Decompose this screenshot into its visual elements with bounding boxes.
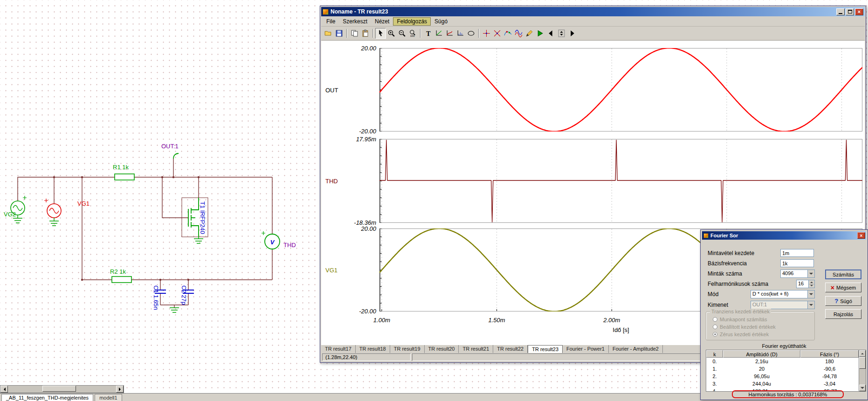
sample-count-select[interactable]: 4096	[780, 270, 815, 278]
scroll-up-button[interactable]	[859, 350, 866, 357]
draw-button[interactable]: Rajzolás	[825, 309, 861, 319]
run-icon[interactable]	[535, 28, 545, 39]
vg1-source[interactable]: VG1	[44, 199, 90, 226]
output-select: OUT:1	[751, 301, 815, 309]
coefficients-title: Fourier együtthatók	[702, 343, 866, 349]
calculate-button[interactable]: Számítás	[825, 270, 861, 279]
maximize-button[interactable]	[846, 8, 854, 15]
ellipse-tool-icon[interactable]	[466, 28, 476, 39]
table-row[interactable]: 1. 20 -90,6	[706, 365, 859, 373]
schematic-hscrollbar[interactable]	[0, 385, 124, 393]
sample-start-input[interactable]	[780, 249, 814, 257]
tab-tr-result19[interactable]: TR result19	[390, 345, 425, 353]
thd-label: THD	[283, 242, 296, 249]
tab-tr-result23[interactable]: TR result23	[528, 345, 563, 353]
scroll-down-button[interactable]	[859, 385, 866, 391]
table-row[interactable]: 2. 96,05u -94,78	[706, 373, 859, 380]
mosfet-t1[interactable]: T1 IRFP240	[182, 198, 208, 243]
tab-fourier-power1[interactable]: Fourier - Power1	[563, 345, 609, 353]
dialog-close-button[interactable]: ×	[857, 232, 865, 239]
mode-select[interactable]: D * cos(kwt + fi)	[751, 290, 815, 298]
menu-sugo[interactable]: Súgó	[431, 17, 451, 26]
copy-icon[interactable]	[349, 28, 360, 39]
table-scrollbar[interactable]	[859, 350, 866, 391]
radio-preset-values[interactable]: Beállított kezdeti értékek	[713, 324, 776, 330]
minimize-button[interactable]	[836, 8, 845, 15]
help-button[interactable]: ? Súgó	[825, 296, 861, 306]
cancel-button[interactable]: × Mégsem	[825, 283, 861, 292]
tab-tr-result17[interactable]: TR result17	[321, 345, 356, 353]
out-plot[interactable]	[379, 48, 862, 131]
scroll-track[interactable]	[8, 386, 116, 393]
zoom-out-icon[interactable]	[397, 28, 407, 39]
fourier-dialog-titlebar[interactable]: Fourier Sor	[702, 231, 866, 240]
base-frequency-label: Bázisfrekvencia	[708, 260, 747, 267]
cursor-a-icon[interactable]	[481, 28, 492, 39]
pen-tool-icon[interactable]	[524, 28, 535, 39]
marker-curve-icon[interactable]	[503, 28, 513, 39]
table-row[interactable]: 0. 2,16u 180	[706, 358, 859, 365]
capacitor-c2[interactable]: C2 27p	[180, 285, 194, 305]
zoom-in-icon[interactable]	[386, 28, 397, 39]
dialog-title: Fourier Sor	[710, 233, 865, 238]
spin-down-icon[interactable]	[809, 284, 814, 288]
nav-prev-icon[interactable]	[545, 28, 556, 39]
radio-label: Beállított kezdeti értékek	[720, 324, 776, 330]
col-header-amplitude[interactable]: Amplitúdó (D)	[723, 350, 800, 358]
scroll-track[interactable]	[859, 357, 866, 385]
radio-selected-icon	[713, 332, 717, 337]
spin-up-icon[interactable]	[809, 280, 814, 284]
sheet-tab-schematic[interactable]: _AB_11_feszgen_THD-megjelenites	[1, 394, 93, 401]
menu-szerkeszt[interactable]: Szerkeszt	[339, 17, 371, 26]
col-header-k[interactable]: k	[706, 350, 723, 358]
toolbar-separator	[346, 29, 347, 38]
vg2-source[interactable]: VG2	[4, 196, 27, 223]
dropdown-arrow-icon[interactable]	[807, 270, 814, 277]
harmonics-count-stepper[interactable]: 16	[796, 280, 815, 288]
cursor-b-icon[interactable]	[492, 28, 503, 39]
scroll-right-button[interactable]	[116, 386, 124, 393]
tab-tr-result20[interactable]: TR result20	[425, 345, 459, 353]
voltmeter-thd[interactable]: V THD	[262, 231, 296, 249]
dropdown-arrow-icon	[807, 301, 814, 309]
menu-file[interactable]: File	[323, 17, 339, 26]
text-tool-icon[interactable]: T	[423, 28, 434, 39]
menu-nezet[interactable]: Nézet	[371, 17, 393, 26]
tab-tr-result18[interactable]: TR result18	[356, 345, 390, 353]
tab-tr-result22[interactable]: TR result22	[493, 345, 528, 353]
thd-plot[interactable]	[379, 139, 862, 223]
out-pin[interactable]: OUT:1	[161, 143, 179, 159]
nav-next-icon[interactable]	[567, 28, 578, 39]
resistor-r1[interactable]: R1 1k	[113, 164, 134, 180]
axis-y-icon[interactable]	[444, 28, 455, 39]
sheet-tab-modell1[interactable]: modell1	[95, 394, 122, 401]
radio-zero-values[interactable]: Zérus kezdeti értékek	[713, 332, 769, 337]
scroll-thumb[interactable]	[42, 386, 76, 392]
paste-icon[interactable]	[360, 28, 371, 39]
maximize-icon	[848, 10, 852, 14]
scroll-left-button[interactable]	[0, 386, 8, 393]
save-icon[interactable]	[334, 28, 344, 39]
radio-workpoint[interactable]: Munkapont számítás	[713, 317, 767, 322]
close-button[interactable]: ×	[855, 8, 863, 15]
result-window-titlebar[interactable]: Noname - TR result23 ×	[321, 7, 865, 16]
dropdown-arrow-icon[interactable]	[807, 290, 814, 298]
pointer-tool-icon[interactable]	[375, 28, 386, 39]
nav-spin-icon[interactable]	[556, 28, 567, 39]
zoom-100-icon[interactable]: 100	[407, 28, 418, 39]
open-icon[interactable]	[323, 28, 334, 39]
capacitor-c1[interactable]: C1 1.65n	[152, 285, 166, 310]
tab-tr-result21[interactable]: TR result21	[459, 345, 493, 353]
scroll-thumb[interactable]	[859, 357, 866, 369]
tab-fourier-amplitude2[interactable]: Fourier - Amplitude2	[609, 345, 663, 353]
radio-icon	[713, 325, 717, 329]
col-header-phase[interactable]: Fázis (°)	[800, 350, 859, 358]
axis-x-icon[interactable]	[434, 28, 444, 39]
menu-feldolgozas[interactable]: Feldolgozás	[393, 17, 431, 26]
curves-icon[interactable]	[513, 28, 524, 39]
chart-panel-out: OUT 20.00 -20.00	[321, 48, 865, 131]
autoscale-icon[interactable]	[455, 28, 466, 39]
resistor-r2[interactable]: R2 1k	[110, 268, 131, 283]
base-frequency-input[interactable]	[780, 259, 814, 267]
table-row[interactable]: 3. 244,04u -3,04	[706, 380, 859, 387]
